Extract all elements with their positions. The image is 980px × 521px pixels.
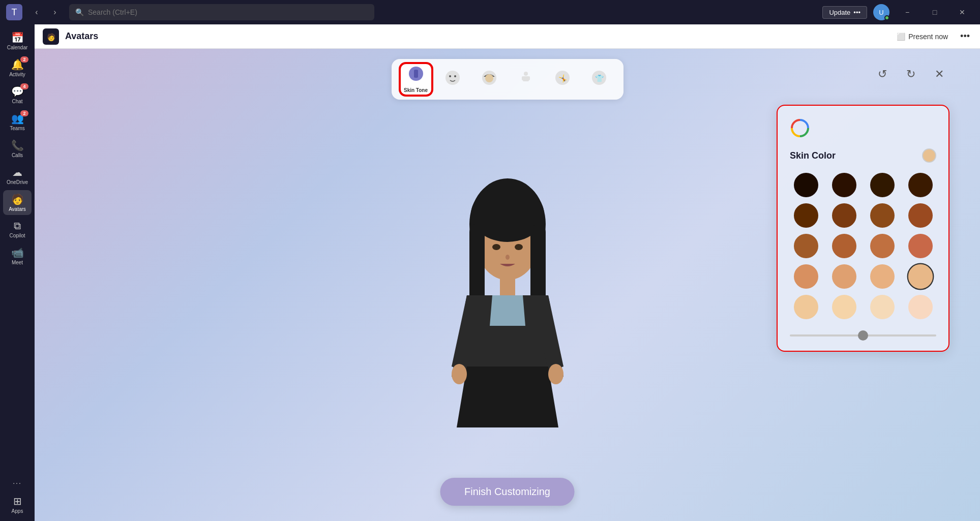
sidebar-item-label: OneDrive (7, 179, 28, 185)
toolbar-face[interactable] (436, 63, 469, 96)
search-bar[interactable]: 🔍 (69, 4, 374, 20)
sidebar-item-label: Apps (12, 508, 23, 514)
present-label: Present now (908, 33, 948, 41)
color-option-10[interactable] (870, 234, 895, 258)
meet-icon: 📹 (11, 247, 24, 259)
selected-color-indicator (922, 148, 936, 163)
sidebar: 📅 Calendar 2 🔔 Activity 4 💬 Chat 2 👥 Tea… (0, 24, 35, 521)
svg-rect-12 (522, 76, 524, 80)
color-option-12[interactable] (794, 264, 818, 289)
svg-text:T: T (12, 7, 17, 17)
avatar-toolbar: Skin Tone (392, 59, 623, 100)
sidebar-item-apps[interactable]: ⊞ Apps (3, 492, 32, 517)
face-icon (444, 70, 461, 89)
present-now-button[interactable]: ⬜ Present now (893, 30, 952, 43)
svg-point-25 (506, 255, 510, 260)
svg-point-7 (454, 75, 456, 77)
color-option-1[interactable] (832, 173, 856, 197)
color-option-5[interactable] (832, 203, 856, 228)
undo-button[interactable]: ↺ (872, 64, 893, 84)
back-button[interactable]: ‹ (28, 4, 45, 20)
toolbar-actions: ↺ ↻ ✕ (872, 64, 949, 84)
toolbar-skin-tone[interactable]: Skin Tone (400, 63, 432, 96)
color-option-18[interactable] (870, 295, 895, 319)
nav-buttons: ‹ › (28, 4, 63, 20)
color-option-17[interactable] (832, 295, 856, 319)
user-avatar[interactable]: U (873, 4, 889, 20)
sidebar-item-label: Avatars (9, 206, 26, 212)
color-option-16[interactable] (794, 295, 818, 319)
toolbar-accessories[interactable]: 🤸 (546, 63, 579, 96)
sidebar-item-copilot[interactable]: ⧉ Copilot (3, 217, 32, 241)
svg-text:🧑: 🧑 (47, 33, 56, 42)
color-option-11[interactable] (908, 234, 933, 258)
color-option-9[interactable] (832, 234, 856, 258)
finish-customizing-button[interactable]: Finish Customizing (440, 478, 575, 506)
toolbar-skin-tone-label: Skin Tone (404, 87, 428, 93)
sidebar-item-meet[interactable]: 📹 Meet (3, 243, 32, 268)
accessories-icon: 🤸 (554, 70, 571, 89)
color-option-7[interactable] (908, 203, 933, 228)
minimize-button[interactable]: − (896, 4, 919, 20)
sidebar-item-onedrive[interactable]: ☁ OneDrive (3, 163, 32, 188)
main-layout: 📅 Calendar 2 🔔 Activity 4 💬 Chat 2 👥 Tea… (0, 24, 980, 521)
svg-point-10 (524, 72, 528, 76)
calendar-icon: 📅 (11, 32, 24, 44)
toolbar-clothing[interactable]: 👕 (583, 63, 615, 96)
window-controls: − □ ✕ (896, 4, 974, 20)
avatar-figure (426, 173, 589, 470)
panel-title: Skin Color (790, 150, 836, 161)
sidebar-item-avatars[interactable]: 🧑 Avatars (3, 190, 32, 215)
search-input[interactable] (88, 8, 368, 16)
sidebar-item-label: Teams (10, 126, 24, 131)
teams-logo: T (6, 4, 22, 20)
color-option-8[interactable] (794, 234, 818, 258)
apps-icon: ⊞ (13, 495, 22, 507)
present-icon: ⬜ (897, 33, 905, 41)
sidebar-item-calls[interactable]: 📞 Calls (3, 136, 32, 161)
header-more-button[interactable]: ••• (958, 29, 972, 44)
sidebar-item-more[interactable]: ··· (3, 476, 32, 490)
finish-btn-label: Finish Customizing (464, 486, 550, 497)
hair-icon (481, 70, 497, 89)
app-title: Avatars (65, 31, 98, 42)
color-option-14[interactable] (870, 264, 895, 289)
workspace: Skin Tone (35, 49, 980, 521)
sidebar-item-label: Meet (12, 260, 23, 265)
color-option-6[interactable] (870, 203, 895, 228)
redo-button[interactable]: ↻ (901, 64, 921, 84)
svg-point-6 (449, 75, 451, 77)
close-button[interactable]: ✕ (951, 4, 974, 20)
color-option-15[interactable] (907, 263, 934, 290)
forward-button[interactable]: › (47, 4, 63, 20)
body-icon (518, 70, 534, 89)
color-option-4[interactable] (794, 203, 818, 228)
svg-point-27 (452, 364, 467, 384)
svg-point-9 (485, 74, 493, 82)
color-option-3[interactable] (908, 173, 933, 197)
copilot-icon: ⧉ (14, 220, 21, 232)
app-header: 🧑 Avatars ⬜ Present now ••• (35, 24, 980, 49)
toolbar-hair[interactable] (473, 63, 506, 96)
update-more: ••• (853, 9, 860, 16)
update-button[interactable]: Update ••• (822, 6, 867, 19)
svg-text:👕: 👕 (595, 74, 604, 83)
sidebar-item-calendar[interactable]: 📅 Calendar (3, 28, 32, 53)
clothing-icon: 👕 (591, 70, 607, 89)
update-label: Update (829, 9, 850, 16)
toolbar-close-button[interactable]: ✕ (929, 64, 949, 84)
maximize-button[interactable]: □ (923, 4, 946, 20)
sidebar-item-teams[interactable]: 2 👥 Teams (3, 109, 32, 134)
sidebar-item-activity[interactable]: 2 🔔 Activity (3, 55, 32, 80)
sidebar-item-label: Copilot (9, 233, 25, 238)
header-right: ⬜ Present now ••• (893, 29, 972, 44)
sidebar-item-chat[interactable]: 4 💬 Chat (3, 82, 32, 107)
color-option-13[interactable] (832, 264, 856, 289)
calls-icon: 📞 (11, 139, 24, 151)
toolbar-body[interactable] (510, 63, 542, 96)
svg-rect-13 (528, 76, 530, 80)
color-option-0[interactable] (794, 173, 818, 197)
color-option-2[interactable] (870, 173, 895, 197)
color-option-19[interactable] (908, 295, 933, 319)
skin-tone-slider[interactable] (790, 334, 936, 336)
